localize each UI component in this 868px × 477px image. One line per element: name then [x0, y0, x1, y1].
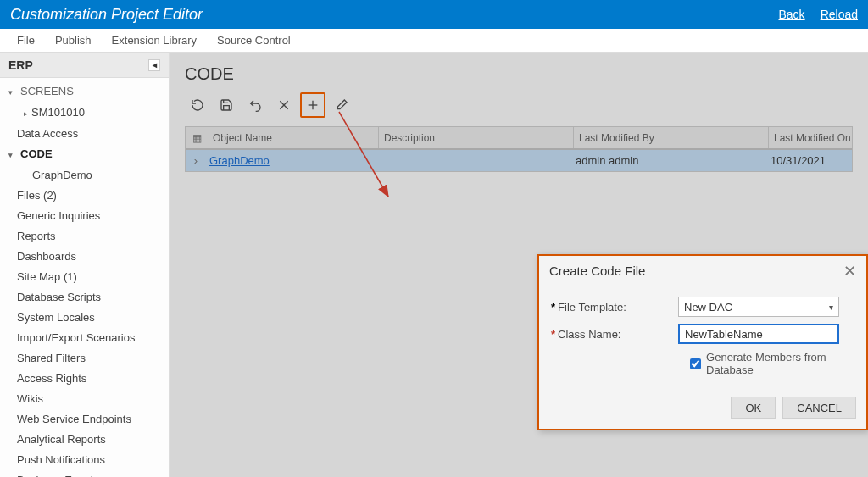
sidebar-collapse-button[interactable]: ◂	[148, 59, 160, 71]
class-name-label: *Class Name:	[551, 328, 678, 341]
grid: ▦ Object Name Description Last Modified …	[185, 126, 853, 172]
sidebar-item-web-service-endpoints[interactable]: Web Service Endpoints	[3, 409, 169, 430]
file-template-label: *File Template:	[551, 301, 678, 313]
dialog-header: Create Code File ✕	[539, 256, 866, 286]
sidebar-item-database-scripts[interactable]: Database Scripts	[3, 287, 169, 308]
close-icon	[277, 98, 291, 112]
column-object-name[interactable]: Object Name	[209, 127, 379, 148]
sidebar-item-wikis[interactable]: Wikis	[3, 389, 169, 409]
sidebar-item-business-events[interactable]: Business Events	[3, 470, 169, 477]
menu-bar: File Publish Extension Library Source Co…	[0, 29, 868, 53]
page-title: Customization Project Editor	[10, 6, 779, 24]
edit-button[interactable]	[329, 92, 354, 118]
sidebar-title: ERP	[8, 58, 33, 72]
sidebar-item-shared-filters[interactable]: Shared Filters	[3, 348, 169, 369]
chevron-down-icon: ▾	[829, 302, 833, 312]
sidebar-item-generic-inquiries[interactable]: Generic Inquiries	[3, 206, 169, 226]
sidebar-item-system-locales[interactable]: System Locales	[3, 308, 169, 328]
column-description[interactable]: Description	[379, 127, 574, 148]
class-name-input[interactable]	[678, 324, 839, 344]
ok-button[interactable]: OK	[731, 397, 776, 419]
sidebar-item-site-map-1[interactable]: Site Map (1)	[3, 267, 169, 287]
menu-publish[interactable]: Publish	[45, 29, 102, 52]
refresh-icon	[191, 98, 204, 112]
column-last-modified-on[interactable]: Last Modified On	[769, 127, 852, 148]
create-code-file-dialog: Create Code File ✕ *File Template: New D…	[537, 254, 868, 430]
menu-file[interactable]: File	[7, 29, 45, 52]
delete-button[interactable]	[271, 92, 297, 118]
sidebar-item-reports[interactable]: Reports	[3, 226, 169, 247]
cancel-button[interactable]: CANCEL	[782, 397, 856, 419]
menu-extension-library[interactable]: Extension Library	[102, 29, 207, 52]
plus-icon	[306, 98, 320, 112]
toolbar	[185, 92, 853, 118]
menu-source-control[interactable]: Source Control	[207, 29, 301, 52]
expand-row-icon[interactable]: ›	[186, 154, 206, 167]
generate-members-checkbox[interactable]	[690, 358, 701, 370]
row-last-modified-by: admin admin	[570, 154, 765, 167]
save-button[interactable]	[214, 92, 239, 118]
row-last-modified-on: 10/31/2021	[765, 154, 852, 167]
sidebar-item-analytical-reports[interactable]: Analytical Reports	[3, 430, 169, 450]
sidebar-header: ERP ◂	[0, 53, 169, 78]
sidebar-item-import-export-scenarios[interactable]: Import/Export Scenarios	[3, 328, 169, 348]
undo-button[interactable]	[242, 92, 268, 118]
column-selector-icon[interactable]: ▦	[186, 127, 209, 148]
sidebar-item-data-access[interactable]: Data Access	[3, 124, 169, 144]
file-template-select[interactable]: New DAC ▾	[678, 297, 839, 317]
sidebar-item-dashboards[interactable]: Dashboards	[3, 247, 169, 267]
sidebar-item-push-notifications[interactable]: Push Notifications	[3, 450, 169, 470]
sidebar-body[interactable]: SCREENSSM101010Data AccessCODEGraphDemoF…	[0, 78, 169, 477]
sidebar: ERP ◂ SCREENSSM101010Data AccessCODEGrap…	[0, 53, 170, 477]
sidebar-item-screens[interactable]: SCREENS	[3, 81, 169, 103]
sidebar-item-access-rights[interactable]: Access Rights	[3, 369, 169, 389]
pencil-icon	[335, 98, 348, 112]
sidebar-item-graphdemo[interactable]: GraphDemo	[3, 165, 169, 186]
sidebar-item-code[interactable]: CODE	[3, 144, 169, 165]
reload-link[interactable]: Reload	[821, 8, 858, 21]
dialog-title: Create Code File	[549, 263, 645, 278]
add-button[interactable]	[300, 92, 326, 118]
undo-icon	[248, 98, 262, 112]
back-link[interactable]: Back	[779, 8, 805, 21]
title-bar: Customization Project Editor Back Reload	[0, 0, 868, 29]
generate-members-label: Generate Members from Database	[706, 351, 854, 376]
table-row[interactable]: › GraphDemo admin admin 10/31/2021	[186, 149, 852, 171]
row-object-name-link[interactable]: GraphDemo	[209, 154, 270, 167]
grid-header: ▦ Object Name Description Last Modified …	[186, 127, 852, 149]
content-heading: CODE	[185, 64, 853, 84]
file-template-value: New DAC	[684, 301, 732, 313]
save-icon	[220, 98, 233, 112]
refresh-button[interactable]	[185, 92, 210, 118]
dialog-close-button[interactable]: ✕	[843, 262, 856, 280]
column-last-modified-by[interactable]: Last Modified By	[574, 127, 769, 148]
content-area: CODE ▦ Object Name	[170, 53, 868, 477]
sidebar-item-sm101010[interactable]: SM101010	[3, 103, 169, 124]
sidebar-item-files-2[interactable]: Files (2)	[3, 186, 169, 206]
